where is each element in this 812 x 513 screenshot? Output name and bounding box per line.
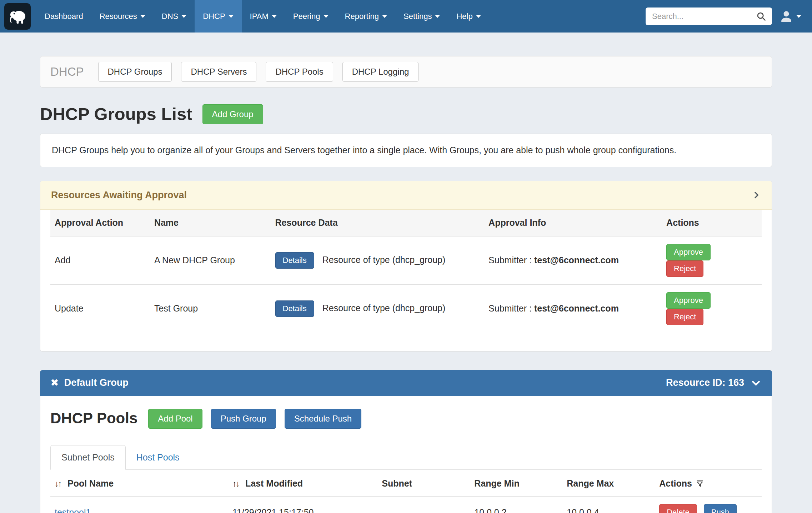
nav-item-help[interactable]: Help (448, 0, 489, 33)
filter-icon[interactable] (696, 479, 704, 488)
pool-range-min-cell: 10.0.0.2 (470, 497, 562, 513)
submitter-email: test@6connect.com (534, 303, 619, 313)
delete-button[interactable]: Delete (659, 504, 697, 513)
submitter-label: Submitter : (488, 255, 532, 265)
approval-info-cell: Submitter : test@6connect.com (484, 284, 662, 333)
resource-type-text: Resource of type (dhcp_group) (322, 303, 446, 313)
tab-subnet-pools[interactable]: Subnet Pools (50, 445, 126, 470)
nav-label: Settings (404, 11, 432, 21)
group-header-right: Resource ID: 163 (666, 377, 761, 389)
description-panel: DHCP Groups help you to organize all of … (40, 134, 772, 167)
dhcp-subnav: DHCP DHCP Groups DHCP Servers DHCP Pools… (40, 56, 772, 88)
add-pool-button[interactable]: Add Pool (148, 409, 202, 429)
caret-down-icon (140, 15, 145, 18)
user-icon (780, 10, 793, 23)
tab-host-pools[interactable]: Host Pools (126, 445, 190, 469)
col-actions: Actions (662, 210, 762, 236)
dhcp-servers-button[interactable]: DHCP Servers (181, 62, 256, 82)
approval-action-cell: Add (50, 236, 150, 284)
default-group-panel: ✖ Default Group Resource ID: 163 DHCP Po… (40, 370, 772, 513)
col-pool-name[interactable]: ↓↑ Pool Name (50, 470, 228, 497)
pool-header-row: ↓↑ Pool Name ↑↓ Last Modified Subnet Ran… (50, 470, 762, 497)
push-button[interactable]: Push (704, 504, 737, 513)
approval-table-wrap: Approval Action Name Resource Data Appro… (40, 210, 772, 351)
nav-item-peering[interactable]: Peering (285, 0, 337, 33)
col-last-modified[interactable]: ↑↓ Last Modified (228, 470, 377, 497)
group-header-left: ✖ Default Group (51, 377, 129, 389)
dhcp-pools-button[interactable]: DHCP Pools (266, 62, 333, 82)
approval-header-row: Approval Action Name Resource Data Appro… (50, 210, 762, 236)
nav-item-dns[interactable]: DNS (154, 0, 195, 33)
nav-item-dhcp[interactable]: DHCP (195, 0, 241, 33)
approval-panel-title: Resources Awaiting Approval (51, 189, 187, 201)
group-panel-header: ✖ Default Group Resource ID: 163 (40, 370, 772, 396)
nav-label: DHCP (203, 11, 225, 21)
caret-down-icon (181, 15, 186, 18)
sort-numeric-icon: ↓↑ (55, 478, 61, 489)
nav-label: IPAM (250, 11, 269, 21)
user-menu[interactable] (780, 10, 801, 23)
description-text: DHCP Groups help you to organize all of … (52, 145, 676, 155)
search-button[interactable] (750, 8, 772, 25)
chevron-right-icon[interactable] (752, 190, 761, 200)
caret-down-icon (324, 15, 329, 18)
mammoth-icon (8, 7, 27, 26)
nav-item-reporting[interactable]: Reporting (337, 0, 395, 33)
push-group-button[interactable]: Push Group (211, 409, 276, 429)
details-button[interactable]: Details (275, 300, 314, 317)
dhcp-groups-button[interactable]: DHCP Groups (98, 62, 172, 82)
dhcp-logging-button[interactable]: DHCP Logging (342, 62, 419, 82)
caret-down-icon (272, 15, 277, 18)
schedule-push-button[interactable]: Schedule Push (285, 409, 361, 429)
approval-actions-cell: Approve Reject (662, 236, 762, 284)
search-input[interactable] (646, 8, 750, 25)
pools-title: DHCP Pools (50, 409, 137, 428)
resource-type-text: Resource of type (dhcp_group) (322, 255, 446, 265)
reject-button[interactable]: Reject (666, 309, 703, 325)
approval-row: Update Test Group Details Resource of ty… (50, 284, 762, 333)
main-nav: Dashboard Resources DNS DHCP IPAM Peerin… (36, 0, 489, 33)
approval-resource-cell: Details Resource of type (dhcp_group) (271, 284, 485, 333)
group-title: Default Group (64, 377, 129, 389)
nav-label: Peering (293, 11, 320, 21)
group-panel-body: DHCP Pools Add Pool Push Group Schedule … (40, 396, 772, 513)
chevron-down-icon[interactable] (751, 378, 761, 388)
nav-item-resources[interactable]: Resources (91, 0, 154, 33)
pool-tabs: Subnet Pools Host Pools (50, 445, 762, 470)
approve-button[interactable]: Approve (666, 292, 711, 309)
pool-name-link[interactable]: testpool1 (55, 507, 91, 513)
approval-panel-header: Resources Awaiting Approval (40, 181, 772, 210)
search-icon (756, 11, 766, 21)
col-range-min: Range Min (470, 470, 562, 497)
close-icon[interactable]: ✖ (51, 377, 59, 389)
col-name: Name (150, 210, 271, 236)
approval-action-cell: Update (50, 284, 150, 333)
col-subnet: Subnet (377, 470, 470, 497)
approve-button[interactable]: Approve (666, 244, 711, 260)
nav-label: Resources (100, 11, 137, 21)
sort-icon: ↑↓ (232, 478, 239, 489)
approval-info-cell: Submitter : test@6connect.com (484, 236, 662, 284)
provision-logo[interactable] (4, 3, 31, 30)
col-label: Actions (659, 478, 692, 489)
col-approval-info: Approval Info (484, 210, 662, 236)
caret-down-icon (476, 15, 481, 18)
details-button[interactable]: Details (275, 252, 314, 269)
pool-row: testpool1 11/29/2021 15:17:50 10.0.0.2 1… (50, 497, 762, 513)
caret-down-icon (382, 15, 387, 18)
nav-item-ipam[interactable]: IPAM (242, 0, 285, 33)
nav-item-settings[interactable]: Settings (395, 0, 448, 33)
caret-down-icon (796, 15, 801, 18)
col-range-max: Range Max (562, 470, 655, 497)
nav-item-dashboard[interactable]: Dashboard (36, 0, 91, 33)
page-heading-row: DHCP Groups List Add Group (40, 103, 772, 125)
top-navbar: Dashboard Resources DNS DHCP IPAM Peerin… (0, 0, 812, 33)
add-group-button[interactable]: Add Group (202, 104, 263, 124)
col-label: Pool Name (67, 478, 114, 489)
reject-button[interactable]: Reject (666, 260, 703, 277)
nav-label: Help (456, 11, 472, 21)
col-approval-action: Approval Action (50, 210, 150, 236)
pool-subnet-cell (377, 497, 470, 513)
pool-range-max-cell: 10.0.0.4 (562, 497, 655, 513)
caret-down-icon (435, 15, 440, 18)
